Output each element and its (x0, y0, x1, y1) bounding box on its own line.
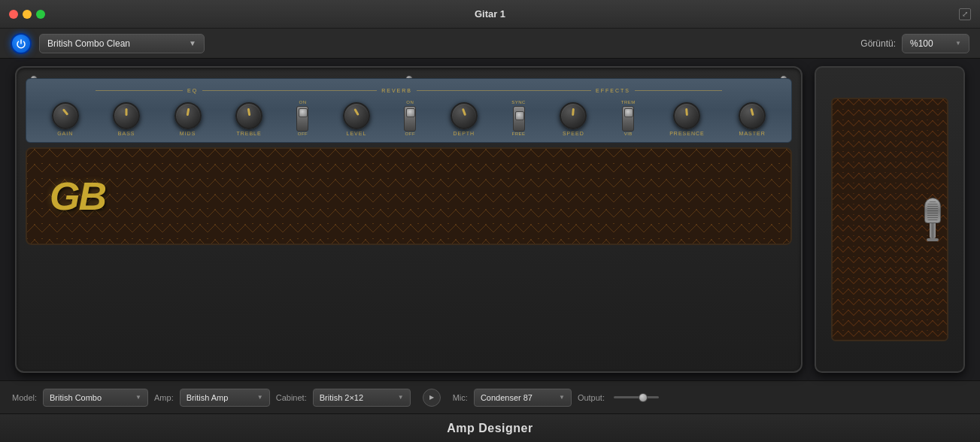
speed-knob[interactable] (560, 102, 587, 129)
trem-label: TREM (621, 100, 636, 104)
controls-panel: EQ REVERB EFFECTS GAIN (26, 78, 792, 143)
toggle-handle (515, 111, 524, 120)
trem-toggle[interactable] (622, 106, 634, 132)
reverb-on-label: ON (299, 100, 306, 104)
expand-icon[interactable]: ⤢ (959, 8, 971, 20)
top-bar: British Combo Clean ▼ Görüntü: %100 ▼ (0, 29, 980, 59)
model-label: Model: (12, 393, 37, 402)
view-value: %100 (910, 38, 933, 49)
knobs-row: GAIN BASS MIDS TREBLE (35, 100, 782, 136)
presence-knob-group: PRESENCE (669, 102, 705, 136)
toggle-handle (299, 108, 308, 117)
maximize-button[interactable] (36, 10, 45, 19)
output-label: Output: (578, 393, 605, 402)
presence-knob[interactable] (673, 102, 700, 129)
depth-knob[interactable] (451, 102, 478, 129)
mic-body (930, 223, 936, 238)
speed-knob-group: SPEED (560, 102, 587, 136)
trem-toggle-group: TREM VIB (621, 100, 636, 136)
mic-label: Mic: (453, 393, 468, 402)
level-knob[interactable] (343, 102, 370, 129)
toggle-handle (406, 108, 415, 117)
master-label: MASTER (739, 131, 766, 136)
master-knob[interactable] (739, 102, 766, 129)
footer-title: Amp Designer (447, 422, 532, 435)
chevron-down-icon: ▼ (257, 394, 263, 401)
slider-thumb[interactable] (639, 393, 648, 402)
gain-knob-group: GAIN (52, 102, 79, 136)
level-knob-group: LEVEL (343, 102, 370, 136)
view-dropdown[interactable]: %100 ▼ (902, 34, 969, 53)
amp-dropdown[interactable]: British Amp ▼ (180, 389, 270, 407)
view-label: Görüntü: (860, 38, 896, 49)
chevron-down-icon: ▼ (189, 39, 196, 47)
chevron-down-icon: ▼ (559, 394, 565, 401)
effects-off-label: OFF (405, 132, 416, 136)
reverb-toggle[interactable] (296, 106, 308, 132)
depth-label: DEPTH (453, 131, 475, 136)
mic-dropdown[interactable]: Condenser 87 ▼ (474, 389, 572, 407)
slider-track (614, 396, 659, 398)
amp-body: EQ REVERB EFFECTS GAIN (15, 66, 803, 373)
reverb-off-label: OFF (298, 132, 308, 136)
grille-area: GB (26, 147, 792, 245)
effects-section-label: EFFECTS (591, 88, 635, 93)
output-slider[interactable] (614, 396, 659, 398)
power-button[interactable] (11, 33, 32, 54)
sync-toggle-group: SYNC FREE (511, 100, 526, 136)
gain-label: GAIN (57, 131, 73, 136)
speed-label: SPEED (563, 131, 584, 136)
microphone (924, 198, 941, 241)
mic-value: Condenser 87 (481, 393, 532, 402)
play-button[interactable]: ▶ (423, 389, 441, 407)
cabinet-value: British 2×12 (320, 393, 363, 402)
grille-cloth: GB (27, 149, 790, 244)
window-title: Gitar 1 (475, 8, 505, 20)
reverb-section-label: REVERB (377, 88, 417, 93)
model-value: British Combo (50, 393, 102, 402)
mids-label: MIDS (180, 131, 196, 136)
gb-logo: GB (50, 174, 105, 219)
effects-toggle[interactable] (404, 106, 416, 132)
footer: Amp Designer (0, 413, 980, 442)
amp-label: Amp: (154, 393, 174, 402)
level-label: LEVEL (347, 131, 367, 136)
depth-knob-group: DEPTH (451, 102, 478, 136)
main-content: EQ REVERB EFFECTS GAIN (0, 59, 980, 380)
traffic-lights (9, 10, 45, 19)
mic-base (927, 238, 939, 241)
bass-label: BASS (118, 131, 135, 136)
sync-label: SYNC (511, 100, 526, 104)
vib-label: VIB (624, 132, 633, 136)
minimize-button[interactable] (23, 10, 32, 19)
title-bar: Gitar 1 ⤢ (0, 0, 980, 29)
chevron-down-icon: ▼ (955, 40, 961, 47)
effects-on-label: ON (406, 100, 414, 104)
reverb-toggle-group: ON OFF (296, 100, 308, 136)
preset-dropdown[interactable]: British Combo Clean ▼ (39, 34, 205, 53)
effects-toggle-group: ON OFF (404, 100, 416, 136)
close-button[interactable] (9, 10, 18, 19)
mids-knob[interactable] (174, 102, 202, 129)
chevron-down-icon: ▼ (398, 394, 404, 401)
cabinet-label: Cabinet: (276, 393, 307, 402)
gain-knob[interactable] (52, 102, 79, 129)
mic-head (924, 198, 941, 223)
amp-value: British Amp (187, 393, 229, 402)
sync-toggle[interactable] (513, 106, 525, 132)
treble-knob[interactable] (235, 102, 262, 129)
treble-label: TREBLE (236, 131, 261, 136)
toggle-handle (624, 108, 633, 117)
view-control: Görüntü: %100 ▼ (860, 34, 969, 53)
model-dropdown[interactable]: British Combo ▼ (43, 389, 148, 407)
chevron-down-icon: ▼ (135, 394, 141, 401)
cabinet (815, 66, 965, 373)
bass-knob-group: BASS (113, 102, 140, 136)
cabinet-dropdown[interactable]: British 2×12 ▼ (313, 389, 411, 407)
free-label: FREE (512, 132, 526, 136)
bass-knob[interactable] (113, 102, 140, 129)
eq-section-label: EQ (183, 88, 202, 93)
master-knob-group: MASTER (739, 102, 766, 136)
bottom-bar: Model: British Combo ▼ Amp: British Amp … (0, 380, 980, 413)
mids-knob-group: MIDS (174, 102, 202, 136)
